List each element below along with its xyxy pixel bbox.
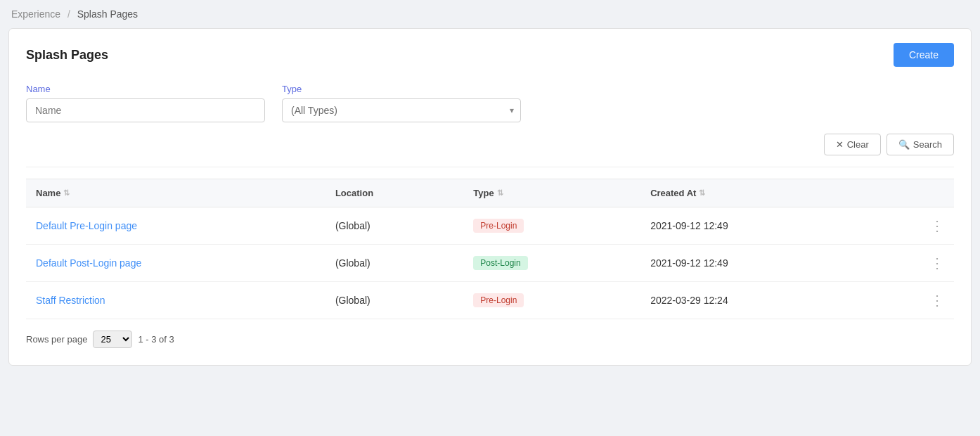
row-actions-menu[interactable]: ⋮ bbox=[883, 255, 944, 271]
row-actions-menu[interactable]: ⋮ bbox=[883, 217, 944, 234]
row-name-link[interactable]: Staff Restriction bbox=[36, 295, 105, 306]
table-row: Staff Restriction (Global) Pre-Login 202… bbox=[26, 282, 954, 319]
cell-created-at: 2021-09-12 12:49 bbox=[640, 245, 873, 282]
breadcrumb: Experience / Splash Pages bbox=[0, 0, 980, 28]
cell-name: Default Pre-Login page bbox=[26, 207, 325, 245]
cell-actions: ⋮ bbox=[873, 282, 954, 319]
type-filter-group: Type (All Types)Pre-LoginPost-Login ▾ bbox=[282, 84, 521, 122]
row-name-link[interactable]: Default Pre-Login page bbox=[36, 220, 137, 231]
sort-created-icon[interactable]: ⇅ bbox=[699, 188, 705, 198]
table-header-row: Name ⇅ Location Type ⇅ Created At bbox=[26, 179, 954, 207]
name-filter-label: Name bbox=[26, 84, 265, 94]
type-select-wrapper: (All Types)Pre-LoginPost-Login ▾ bbox=[282, 98, 521, 122]
table-row: Default Post-Login page (Global) Post-Lo… bbox=[26, 245, 954, 282]
main-panel: Splash Pages Create Name Type (All Types… bbox=[8, 28, 972, 366]
cell-created-at: 2021-09-12 12:49 bbox=[640, 207, 873, 245]
search-icon: 🔍 bbox=[898, 139, 910, 150]
clear-x-icon: ✕ bbox=[836, 139, 844, 150]
filter-actions: ✕ Clear 🔍 Search bbox=[26, 134, 954, 167]
pagination-info: 1 - 3 of 3 bbox=[138, 334, 174, 345]
type-select[interactable]: (All Types)Pre-LoginPost-Login bbox=[282, 98, 521, 122]
data-table: Name ⇅ Location Type ⇅ Created At bbox=[26, 179, 954, 319]
filters-row: Name Type (All Types)Pre-LoginPost-Login… bbox=[26, 84, 954, 122]
cell-actions: ⋮ bbox=[873, 207, 954, 245]
search-label: Search bbox=[913, 139, 942, 150]
panel-header: Splash Pages Create bbox=[26, 43, 954, 67]
breadcrumb-parent[interactable]: Experience bbox=[11, 8, 60, 20]
rows-per-page-select[interactable]: 102550100 bbox=[93, 331, 132, 348]
col-type: Type ⇅ bbox=[463, 179, 640, 207]
type-badge: Pre-Login bbox=[473, 293, 524, 307]
cell-location: (Global) bbox=[325, 207, 463, 245]
cell-type: Pre-Login bbox=[463, 282, 640, 319]
breadcrumb-current: Splash Pages bbox=[77, 8, 138, 20]
name-filter-group: Name bbox=[26, 84, 265, 122]
cell-type: Post-Login bbox=[463, 245, 640, 282]
cell-location: (Global) bbox=[325, 282, 463, 319]
col-name: Name ⇅ bbox=[26, 179, 325, 207]
col-actions bbox=[873, 179, 954, 207]
rows-per-page-label: Rows per page bbox=[26, 334, 87, 345]
table-header: Name ⇅ Location Type ⇅ Created At bbox=[26, 179, 954, 207]
create-button[interactable]: Create bbox=[894, 43, 954, 67]
sort-name-icon[interactable]: ⇅ bbox=[63, 188, 70, 198]
type-badge: Post-Login bbox=[473, 256, 527, 270]
col-location: Location bbox=[325, 179, 463, 207]
type-badge: Pre-Login bbox=[473, 219, 524, 233]
cell-type: Pre-Login bbox=[463, 207, 640, 245]
clear-button[interactable]: ✕ Clear bbox=[824, 134, 881, 155]
table-footer: Rows per page 102550100 1 - 3 of 3 bbox=[26, 319, 954, 348]
cell-created-at: 2022-03-29 12:24 bbox=[640, 282, 873, 319]
panel-title: Splash Pages bbox=[26, 48, 108, 63]
type-filter-label: Type bbox=[282, 84, 521, 94]
cell-location: (Global) bbox=[325, 245, 463, 282]
sort-type-icon[interactable]: ⇅ bbox=[497, 188, 503, 198]
table-body: Default Pre-Login page (Global) Pre-Logi… bbox=[26, 207, 954, 319]
row-name-link[interactable]: Default Post-Login page bbox=[36, 257, 141, 269]
name-input[interactable] bbox=[26, 98, 265, 122]
cell-name: Default Post-Login page bbox=[26, 245, 325, 282]
table-row: Default Pre-Login page (Global) Pre-Logi… bbox=[26, 207, 954, 245]
search-button[interactable]: 🔍 Search bbox=[886, 134, 954, 155]
cell-name: Staff Restriction bbox=[26, 282, 325, 319]
breadcrumb-separator: / bbox=[67, 8, 70, 20]
clear-label: Clear bbox=[847, 139, 869, 150]
row-actions-menu[interactable]: ⋮ bbox=[883, 292, 944, 309]
col-created-at: Created At ⇅ bbox=[640, 179, 873, 207]
cell-actions: ⋮ bbox=[873, 245, 954, 282]
